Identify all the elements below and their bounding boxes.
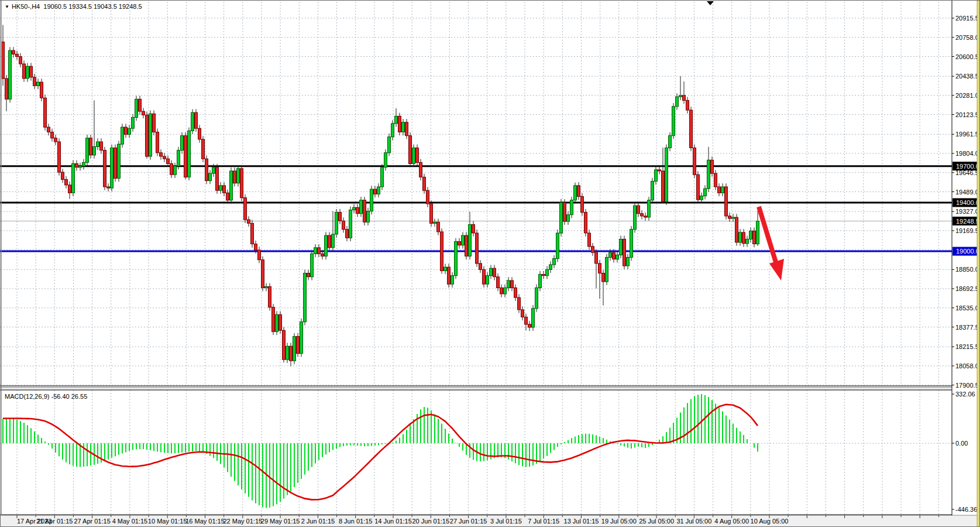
svg-text:19961.5: 19961.5 bbox=[955, 131, 979, 138]
svg-text:-446.36: -446.36 bbox=[955, 506, 977, 513]
svg-text:21 Apr 01:15: 21 Apr 01:15 bbox=[36, 518, 73, 525]
svg-text:19489.0: 19489.0 bbox=[955, 189, 979, 196]
svg-text:19327.0: 19327.0 bbox=[955, 208, 979, 215]
symbol-period: HK50-,H4 bbox=[12, 3, 40, 10]
macd-indicator-label: MACD(12,26,9) -56.40 26.55 bbox=[5, 393, 87, 400]
svg-text:18535.0: 18535.0 bbox=[955, 304, 979, 312]
svg-text:8 Jun 01:15: 8 Jun 01:15 bbox=[339, 518, 373, 525]
svg-text:19 Jul 05:00: 19 Jul 05:00 bbox=[601, 518, 637, 525]
svg-text:18377.5: 18377.5 bbox=[955, 324, 979, 331]
chart-title: ▼HK50-,H4 19060.5 19334.5 19043.5 19248.… bbox=[5, 3, 142, 10]
svg-text:19248.5: 19248.5 bbox=[956, 218, 979, 225]
current-price-badge: 19248.5 bbox=[953, 217, 980, 225]
svg-text:18215.5: 18215.5 bbox=[955, 343, 979, 350]
macd-name: MACD(12,26,9) bbox=[5, 393, 49, 400]
svg-text:20758.0: 20758.0 bbox=[955, 34, 979, 41]
chart-window: 20915.520758.020600.520438.520281.020123… bbox=[0, 0, 980, 527]
svg-text:22 May 01:15: 22 May 01:15 bbox=[223, 518, 262, 525]
svg-text:18850.0: 18850.0 bbox=[955, 266, 979, 273]
svg-text:27 Jun 01:15: 27 Jun 01:15 bbox=[450, 518, 487, 525]
resistance-line-badge: 19700.0 bbox=[953, 162, 980, 170]
svg-text:10 Aug 05:00: 10 Aug 05:00 bbox=[751, 518, 789, 525]
svg-text:19400.0: 19400.0 bbox=[956, 199, 979, 206]
svg-text:19700.0: 19700.0 bbox=[956, 163, 979, 170]
panel-sash[interactable] bbox=[1, 386, 952, 390]
svg-text:16 May 01:15: 16 May 01:15 bbox=[185, 518, 225, 525]
svg-text:20123.5: 20123.5 bbox=[955, 111, 979, 118]
support-line-badge: 19400.0 bbox=[953, 199, 980, 207]
symbol-dropdown-icon[interactable]: ▼ bbox=[5, 4, 9, 9]
svg-text:18058.0: 18058.0 bbox=[955, 362, 979, 369]
svg-text:4 Aug 05:00: 4 Aug 05:00 bbox=[714, 518, 749, 525]
svg-text:19804.0: 19804.0 bbox=[955, 150, 979, 157]
svg-text:20915.5: 20915.5 bbox=[955, 15, 979, 22]
chart-canvas[interactable]: 20915.520758.020600.520438.520281.020123… bbox=[1, 1, 980, 527]
svg-text:25 Jul 05:00: 25 Jul 05:00 bbox=[639, 518, 674, 525]
svg-text:17900.5: 17900.5 bbox=[955, 382, 979, 389]
svg-text:18692.5: 18692.5 bbox=[955, 285, 979, 292]
svg-text:3 Jul 01:15: 3 Jul 01:15 bbox=[490, 518, 522, 525]
svg-text:10 May 01:15: 10 May 01:15 bbox=[148, 518, 187, 525]
svg-text:4 May 01:15: 4 May 01:15 bbox=[112, 518, 148, 525]
svg-text:0.00: 0.00 bbox=[955, 440, 968, 447]
svg-text:332.06: 332.06 bbox=[955, 391, 975, 398]
svg-text:20 Jun 01:15: 20 Jun 01:15 bbox=[412, 518, 449, 525]
svg-text:29 May 01:15: 29 May 01:15 bbox=[261, 518, 300, 525]
svg-text:2 Jun 01:15: 2 Jun 01:15 bbox=[301, 518, 335, 525]
svg-text:20281.0: 20281.0 bbox=[955, 92, 979, 99]
svg-text:27 Apr 01:15: 27 Apr 01:15 bbox=[74, 518, 110, 525]
svg-text:31 Jul 05:00: 31 Jul 05:00 bbox=[676, 518, 711, 525]
svg-text:20438.5: 20438.5 bbox=[955, 73, 979, 80]
blue-line-badge: 19000.0 bbox=[953, 247, 980, 256]
svg-text:13 Jul 01:15: 13 Jul 01:15 bbox=[564, 518, 599, 525]
ohlc-values: 19060.5 19334.5 19043.5 19248.5 bbox=[43, 3, 142, 10]
macd-signal-value: 26.55 bbox=[71, 393, 88, 400]
svg-text:14 Jun 01:15: 14 Jun 01:15 bbox=[374, 518, 412, 525]
window-edge-strip bbox=[977, 1, 980, 527]
time-axis-labels[interactable]: 17 Apr 202321 Apr 01:1527 Apr 01:154 May… bbox=[17, 518, 788, 525]
svg-text:19000.0: 19000.0 bbox=[956, 248, 979, 255]
svg-text:20600.5: 20600.5 bbox=[955, 53, 979, 60]
svg-text:7 Jul 01:15: 7 Jul 01:15 bbox=[528, 518, 559, 525]
svg-text:19169.5: 19169.5 bbox=[955, 227, 979, 234]
macd-main-value: -56.40 bbox=[51, 393, 69, 400]
